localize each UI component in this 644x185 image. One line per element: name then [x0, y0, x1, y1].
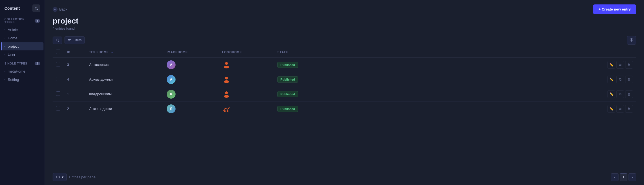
per-page-select[interactable]: 10 ▾	[53, 173, 67, 181]
chevron-down-icon: ▾	[62, 175, 64, 179]
single-types-badge: 2	[35, 62, 40, 65]
image-avatar: А	[167, 60, 176, 69]
entries-table-container: ID TITLEHOME ▲ IMAGEHOME LOGOHOME STATE	[53, 47, 636, 169]
per-page-group: 10 ▾ Entries per page	[53, 173, 96, 181]
row-checkbox-cell	[53, 72, 64, 87]
svg-point-9	[224, 66, 229, 68]
th-select-all	[53, 47, 64, 58]
table-body: 3 Автосервис А	[53, 57, 636, 116]
entries-table: ID TITLEHOME ▲ IMAGEHOME LOGOHOME STATE	[53, 47, 636, 116]
delete-button[interactable]: 🗑	[625, 105, 633, 113]
svg-point-7	[631, 39, 632, 40]
sidebar-title: Content	[4, 6, 20, 11]
prev-page-button[interactable]: ‹	[611, 173, 619, 181]
sidebar-item-article[interactable]: Article	[1, 26, 43, 34]
logo-icon	[222, 104, 231, 113]
edit-button[interactable]: ✏️	[607, 61, 615, 69]
edit-button[interactable]: ✏️	[607, 76, 615, 83]
row-logo	[219, 101, 274, 116]
row-actions: ✏️ ⧉ 🗑	[327, 105, 633, 113]
svg-point-15	[227, 110, 228, 112]
th-state: STATE	[274, 47, 324, 58]
page-title: project	[53, 17, 636, 25]
row-state: Published	[274, 72, 324, 87]
edit-button[interactable]: ✏️	[607, 105, 615, 113]
sidebar-item-home[interactable]: Home	[1, 34, 43, 42]
row-actions-cell: ✏️ ⧉ 🗑	[324, 87, 636, 101]
row-checkbox-cell	[53, 87, 64, 101]
next-page-button[interactable]: ›	[628, 173, 636, 181]
row-logo	[219, 72, 274, 87]
row-image: А	[163, 72, 219, 87]
create-new-entry-button[interactable]: + Create new entry	[593, 4, 636, 14]
row-select-checkbox[interactable]	[56, 91, 60, 96]
toolbar: Filters	[45, 34, 644, 47]
status-badge: Published	[277, 106, 298, 112]
svg-line-3	[58, 41, 59, 42]
svg-point-13	[224, 95, 229, 98]
svg-point-11	[224, 80, 229, 83]
row-id: 2	[64, 101, 86, 116]
row-actions-cell: ✏️ ⧉ 🗑	[324, 72, 636, 87]
table-settings-button[interactable]	[627, 36, 636, 45]
table-row: 4 Архыз домики А	[53, 72, 636, 87]
svg-point-14	[224, 110, 226, 112]
logo-icon	[222, 75, 231, 84]
svg-line-1	[37, 9, 38, 10]
duplicate-button[interactable]: ⧉	[616, 90, 624, 98]
sidebar-header: Content	[0, 0, 45, 15]
duplicate-button[interactable]: ⧉	[616, 105, 624, 113]
pagination-controls: ‹ 1 ›	[611, 173, 636, 181]
page-header: project 4 entries found	[45, 17, 644, 34]
logo-icon	[222, 90, 231, 99]
row-state: Published	[274, 57, 324, 72]
row-image: Л	[163, 101, 219, 116]
collection-types-nav: Article Home project User	[0, 25, 45, 59]
row-select-checkbox[interactable]	[56, 106, 60, 111]
row-id: 3	[64, 57, 86, 72]
row-logo	[219, 87, 274, 101]
single-types-label: SINGLE TYPES 2	[0, 59, 45, 67]
back-button[interactable]: ← Back	[53, 7, 67, 12]
row-checkbox-cell	[53, 57, 64, 72]
sidebar-item-setting[interactable]: Setting	[1, 76, 43, 84]
th-imagehome: IMAGEHOME	[163, 47, 219, 58]
delete-button[interactable]: 🗑	[625, 90, 633, 98]
row-image: А	[163, 57, 219, 72]
pagination-bar: 10 ▾ Entries per page ‹ 1 ›	[45, 169, 644, 185]
select-all-checkbox[interactable]	[56, 50, 60, 54]
duplicate-button[interactable]: ⧉	[616, 61, 624, 69]
logo-icon	[222, 60, 231, 69]
row-actions-cell: ✏️ ⧉ 🗑	[324, 57, 636, 72]
row-state: Published	[274, 87, 324, 101]
status-badge: Published	[277, 62, 298, 68]
row-id: 4	[64, 72, 86, 87]
per-page-label: Entries per page	[69, 175, 95, 179]
delete-button[interactable]: 🗑	[625, 76, 633, 83]
row-title: Автосервис	[86, 57, 163, 72]
sidebar-item-metahome[interactable]: metaHome	[1, 67, 43, 75]
row-title: Квадроциклы	[86, 87, 163, 101]
duplicate-button[interactable]: ⧉	[616, 76, 624, 83]
filter-icon	[68, 38, 71, 42]
toolbar-left: Filters	[53, 36, 85, 44]
th-logohome: LOGOHOME	[219, 47, 274, 58]
edit-button[interactable]: ✏️	[607, 90, 615, 98]
row-id: 1	[64, 87, 86, 101]
sidebar-item-user[interactable]: User	[1, 51, 43, 59]
search-tool-button[interactable]	[53, 37, 62, 44]
row-select-checkbox[interactable]	[56, 77, 60, 81]
row-select-checkbox[interactable]	[56, 62, 60, 66]
delete-button[interactable]: 🗑	[625, 61, 633, 69]
sidebar-search-button[interactable]	[32, 4, 40, 12]
single-types-nav: metaHome Setting	[0, 67, 45, 84]
th-titlehome[interactable]: TITLEHOME ▲	[86, 47, 163, 58]
row-actions: ✏️ ⧉ 🗑	[327, 76, 633, 83]
table-row: 2 Лыжи и доски Л	[53, 101, 636, 116]
row-image: К	[163, 87, 219, 101]
sidebar-item-project[interactable]: project	[1, 42, 43, 50]
status-badge: Published	[277, 76, 298, 83]
search-icon	[56, 38, 59, 42]
table-row: 1 Квадроциклы К	[53, 87, 636, 101]
filters-button[interactable]: Filters	[65, 36, 85, 44]
